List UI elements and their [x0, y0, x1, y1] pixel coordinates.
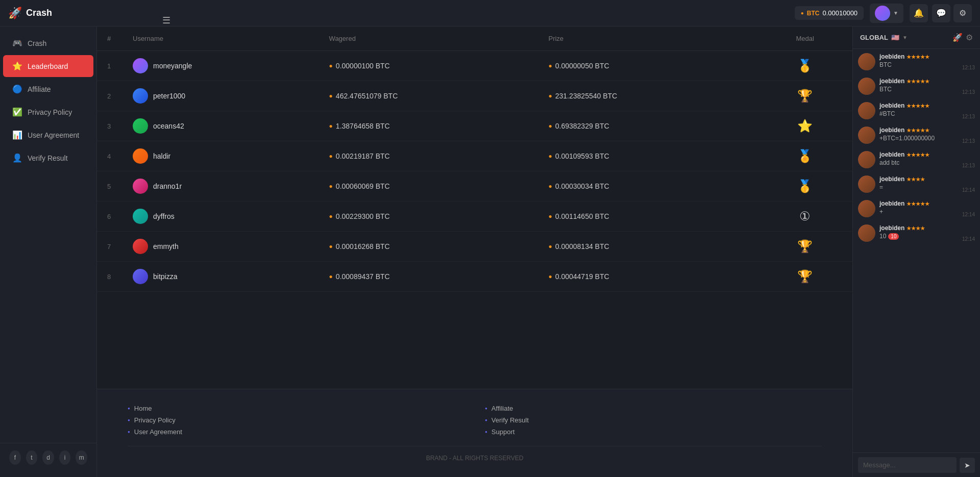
msg-avatar — [858, 200, 875, 217]
sidebar-item-privacy[interactable]: ✅ Privacy Policy — [3, 101, 93, 123]
table-row: 8 bitpizza ● 0.00089437 BTC ● 0.00044719… — [97, 262, 852, 292]
col-wagered: Wagered — [319, 27, 538, 51]
msg-text: = — [879, 184, 958, 191]
prize-cell: ● 0.69382329 BTC — [538, 111, 757, 141]
user-avatar — [133, 179, 148, 194]
prize-cell: ● 0.00044719 BTC — [538, 262, 757, 292]
chat-message: joebiden★★★★ = 12:14 — [858, 175, 975, 193]
msg-text: add btc — [879, 159, 958, 166]
logo-text: Crash — [26, 8, 52, 18]
msg-time: 12:14 — [962, 187, 975, 193]
chat-badge: 10 — [888, 233, 899, 240]
footer-links-left: ● Home ● Privacy Policy ● User Agreement — [128, 405, 464, 436]
chat-global-label: GLOBAL 🇺🇸 ▼ — [860, 34, 908, 41]
rocket-chat-icon[interactable]: 🚀 — [952, 33, 963, 42]
prize-cell: ● 0.00109593 BTC — [538, 141, 757, 171]
settings-button[interactable]: ⚙ — [953, 4, 972, 22]
col-prize: Prize — [538, 27, 757, 51]
prize-amount: 0.00008134 BTC — [555, 242, 609, 250]
footer-links: ● Home ● Privacy Policy ● User Agreement… — [128, 405, 822, 436]
rank-cell: 7 — [97, 232, 122, 262]
chat-label-text: GLOBAL — [860, 34, 888, 41]
btc-coin-icon: ● — [329, 62, 333, 69]
msg-text: BTC — [879, 61, 958, 68]
btc-coin-icon: ● — [548, 273, 552, 280]
leaderboard-icon: ⭐ — [12, 61, 22, 71]
footer-link-affiliate[interactable]: ● Affiliate — [485, 405, 822, 412]
rank-cell: 1 — [97, 51, 122, 81]
user-avatar — [133, 209, 148, 224]
msg-content: joebiden★★★★★ add btc — [879, 151, 958, 166]
menu-button[interactable]: ☰ — [162, 15, 170, 26]
msg-avatar — [858, 175, 875, 193]
medal-cell: 🥇 — [757, 171, 852, 202]
username-cell: dyffros — [122, 202, 319, 232]
table-row: 3 oceans42 ● 1.38764658 BTC ● 0.69382329… — [97, 111, 852, 141]
hamburger-icon: ☰ — [162, 15, 170, 26]
footer-link-verify[interactable]: ● Verify Result — [485, 416, 822, 424]
medal-cell: 🏆 — [757, 81, 852, 111]
footer-links-right: ● Affiliate ● Verify Result ● Support — [485, 405, 822, 436]
leaderboard-table: # Username Wagered Prize Medal 1 moneyan… — [97, 27, 852, 292]
sidebar-label-affiliate: Affiliate — [28, 85, 51, 93]
twitter-icon[interactable]: t — [26, 450, 38, 465]
sidebar-item-verify[interactable]: 👤 Verify Result — [3, 147, 93, 169]
msg-content: joebiden★★★★★ +BTC=1.000000000 — [879, 127, 958, 142]
footer-link-agreement[interactable]: ● User Agreement — [128, 428, 464, 436]
btc-label: BTC — [807, 10, 820, 17]
chat-message: joebiden★★★★ 1010 12:14 — [858, 224, 975, 242]
msg-time: 12:13 — [962, 163, 975, 168]
user-stars: ★★★★★ — [906, 152, 929, 158]
crash-icon: 🎮 — [12, 38, 22, 48]
btc-coin-icon: ● — [329, 92, 333, 99]
footer-link-privacy[interactable]: ● Privacy Policy — [128, 416, 464, 424]
prize-amount: 0.00000050 BTC — [555, 62, 609, 70]
settings-chat-icon[interactable]: ⚙ — [966, 33, 973, 42]
table-row: 5 dranno1r ● 0.00060069 BTC ● 0.00030034… — [97, 171, 852, 202]
btc-coin-icon: ● — [329, 122, 333, 130]
chat-toggle-button[interactable]: 💬 — [932, 4, 950, 22]
dot-icon: ● — [485, 418, 487, 422]
social-links: f t d i m — [0, 443, 96, 472]
rank-cell: 8 — [97, 262, 122, 292]
msg-avatar — [858, 224, 875, 242]
facebook-icon[interactable]: f — [9, 450, 21, 465]
btc-coin-icon: ● — [548, 153, 552, 160]
prize-amount: 231.23825540 BTC — [555, 92, 617, 100]
prize-amount: 0.69382329 BTC — [555, 122, 609, 130]
medal-icon: 🏆 — [797, 89, 813, 103]
instagram-icon[interactable]: i — [59, 450, 71, 465]
footer-link-home[interactable]: ● Home — [128, 405, 464, 412]
user-avatar — [133, 118, 148, 134]
username-cell: haldir — [122, 141, 319, 171]
medal-cell: ① — [757, 202, 852, 232]
btc-coin-icon: ● — [548, 62, 552, 69]
prize-amount: 0.00114650 BTC — [555, 212, 609, 220]
wagered-amount: 0.00089437 BTC — [336, 272, 390, 281]
chat-message: joebiden★★★★★ BTC 12:13 — [858, 53, 975, 70]
sidebar-item-crash[interactable]: 🎮 Crash — [3, 32, 93, 54]
wagered-amount: 0.00016268 BTC — [336, 242, 390, 250]
msg-avatar-img — [858, 102, 875, 119]
chevron-down-icon: ▼ — [902, 35, 908, 40]
sidebar-item-affiliate[interactable]: 🔵 Affiliate — [3, 78, 93, 100]
sidebar-item-agreement[interactable]: 📊 User Agreement — [3, 124, 93, 146]
user-avatar-button[interactable]: ▼ — [870, 4, 903, 23]
rank-cell: 5 — [97, 171, 122, 202]
btc-coin-icon: ● — [548, 213, 552, 220]
msg-avatar — [858, 127, 875, 144]
sidebar-item-leaderboard[interactable]: ⭐ Leaderboard — [3, 55, 93, 77]
username: emmyth — [153, 242, 179, 250]
chevron-down-icon: ▼ — [893, 10, 898, 16]
discord-icon[interactable]: d — [42, 450, 54, 465]
username-cell: peter1000 — [122, 81, 319, 111]
medium-icon[interactable]: m — [76, 450, 87, 465]
chat-header-icons: 🚀 ⚙ — [952, 33, 973, 42]
chat-message-input[interactable] — [858, 457, 957, 473]
footer: ● Home ● Privacy Policy ● User Agreement… — [97, 389, 852, 477]
notification-bell-button[interactable]: 🔔 — [910, 4, 928, 22]
footer-link-support[interactable]: ● Support — [485, 428, 822, 436]
chat-send-button[interactable]: ➤ — [960, 458, 975, 473]
msg-avatar-img — [858, 127, 875, 144]
wagered-cell: ● 0.00060069 BTC — [319, 171, 538, 202]
